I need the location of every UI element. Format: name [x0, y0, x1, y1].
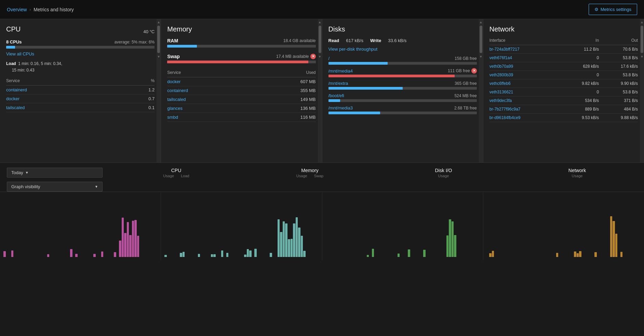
disks-panel-title: Disks	[328, 25, 477, 33]
disk-usage-sub: Usage	[438, 174, 449, 178]
metrics-settings-button[interactable]: ⚙ Metrics settings	[589, 4, 637, 15]
cpu-panel-scrollbar[interactable]: ▲ ▼	[157, 19, 161, 163]
load-label: Load	[6, 61, 16, 66]
scroll-up-arrow[interactable]: ▲	[156, 19, 161, 25]
spark-bar	[283, 221, 285, 257]
swap-warning-icon: ✕	[310, 54, 316, 59]
in-val: 9.82 kB/s	[560, 79, 599, 88]
disk-chart-column	[322, 192, 483, 260]
interface-name[interactable]: veth3136621	[489, 88, 560, 96]
service-link[interactable]: docker	[167, 79, 180, 84]
today-label: Today	[11, 170, 23, 175]
graph-visibility-dropdown[interactable]: Graph visibility ▼	[7, 182, 103, 192]
view-all-cpus-link[interactable]: View all CPUs	[6, 51, 155, 56]
interface-name[interactable]: veth0b70a99	[489, 62, 560, 71]
spark-bar	[620, 252, 623, 257]
interface-name[interactable]: veth2800b39	[489, 71, 560, 79]
memory-sparkline	[161, 202, 322, 257]
scroll-down-arrow[interactable]: ▼	[478, 54, 483, 60]
disk-sparkline	[322, 202, 483, 257]
scroll-down-arrow[interactable]: ▼	[639, 54, 644, 60]
view-per-disk-link[interactable]: View per-disk throughput	[328, 47, 477, 52]
disk-free: 365 GB free	[455, 81, 477, 86]
in-val: 628 kB/s	[560, 62, 599, 71]
disk-path-link[interactable]: /mnt/media4	[328, 68, 353, 74]
disk-progress-bar	[328, 75, 477, 77]
disk-path-link[interactable]: /	[328, 56, 330, 61]
disk-path-link[interactable]: /mnt/extra	[328, 81, 348, 86]
scrollbar-thumb[interactable]	[157, 26, 160, 53]
disk-free: 158 GB free	[455, 56, 477, 61]
disk-progress-bar	[328, 99, 477, 102]
table-row: veth2800b39053.8 B/s	[489, 71, 638, 79]
disk-path-link[interactable]: /mnt/media3	[328, 105, 353, 111]
ram-row: RAM 18.4 GB available	[167, 38, 316, 43]
memory-chart-subs: Usage Swap	[243, 174, 377, 178]
in-val: 9.53 kB/s	[560, 114, 599, 122]
network-panel-scrollbar[interactable]: ▲ ▼	[640, 19, 644, 163]
table-row: tailscaled149 MB	[167, 95, 316, 104]
service-col-header: Service	[6, 78, 121, 86]
swap-progress-fill	[167, 61, 308, 63]
interface-name[interactable]: br-7b277f96c9a7	[489, 105, 560, 114]
swap-row: Swap 17.4 MB available ✕	[167, 54, 316, 59]
spark-bar	[489, 253, 492, 257]
service-link[interactable]: glances	[167, 106, 183, 111]
service-link[interactable]: containerd	[167, 88, 188, 93]
network-chart-label-group: Network Usage	[510, 168, 644, 178]
scroll-up-arrow[interactable]: ▲	[317, 19, 322, 25]
scroll-down-arrow[interactable]: ▼	[317, 54, 322, 60]
service-link[interactable]: tailscaled	[6, 105, 25, 110]
interface-name[interactable]: veth9dec3fa	[489, 96, 560, 105]
interface-name[interactable]: br-724a3bff7217	[489, 45, 560, 54]
service-link[interactable]: docker	[6, 96, 19, 101]
table-row: veth9dec3fa534 B/s371 B/s	[489, 96, 638, 105]
spark-bar	[278, 219, 280, 257]
scroll-down-arrow[interactable]: ▼	[156, 54, 161, 60]
spark-bar	[183, 252, 185, 257]
spark-bar	[198, 254, 200, 257]
overview-link[interactable]: Overview	[7, 7, 27, 12]
out-val: 70.6 B/s	[599, 45, 638, 54]
read-val: 617 kB/s	[346, 38, 363, 43]
service-link[interactable]: tailscaled	[167, 97, 186, 102]
service-link[interactable]: containerd	[6, 87, 27, 92]
disks-panel-scrollbar[interactable]: ▲ ▼	[479, 19, 483, 163]
network-usage-sub: Usage	[572, 174, 583, 178]
load-values-2: 15 min: 0.43	[12, 68, 35, 73]
spark-bar	[367, 255, 369, 257]
interface-name[interactable]: vethc6ffeb6	[489, 79, 560, 88]
out-val: 9.90 kB/s	[599, 79, 638, 88]
spark-bar	[398, 254, 400, 257]
scrollbar-thumb[interactable]	[319, 26, 321, 53]
scroll-up-arrow[interactable]: ▲	[639, 19, 644, 25]
memory-panel-scrollbar[interactable]: ▲ ▼	[318, 19, 322, 163]
spark-bar	[452, 221, 454, 257]
spark-bar	[574, 251, 576, 257]
scrollbar-thumb[interactable]	[641, 26, 643, 53]
out-col-header: Out	[599, 38, 638, 45]
disk-path-link[interactable]: /boot/efi	[328, 93, 344, 98]
service-link[interactable]: smbd	[167, 115, 178, 120]
cpu-load-sub: Load	[181, 174, 189, 178]
disk-entry: / 158 GB free	[328, 56, 477, 65]
table-row: smbd116 MB	[167, 113, 316, 122]
table-row: glances136 MB	[167, 104, 316, 113]
today-dropdown[interactable]: Today ▼	[7, 168, 103, 178]
table-row: br-724a3bff721711.2 B/s70.6 B/s	[489, 45, 638, 54]
interface-name[interactable]: br-d96184fb4ce9	[489, 114, 560, 122]
ram-progress-fill	[167, 45, 197, 48]
spark-bar	[285, 223, 287, 257]
disk-progress-fill	[328, 75, 455, 77]
load-values-1: 1 min: 0.16, 5 min: 0.34,	[18, 61, 62, 66]
disk-rw-row: Read 617 kB/s Write 33.6 kB/s	[328, 38, 477, 43]
disk-entry: /mnt/media3 2.68 TB free	[328, 105, 477, 114]
interface-name[interactable]: veth676f1a4	[489, 54, 560, 62]
cpu-chart-subs: Usage Load	[109, 174, 243, 178]
spark-bar	[303, 251, 306, 257]
spark-bar	[3, 251, 6, 257]
table-row: br-d96184fb4ce99.53 kB/s9.88 kB/s	[489, 114, 638, 122]
scroll-up-arrow[interactable]: ▲	[478, 19, 483, 25]
cpu-chart-title: CPU	[109, 168, 243, 173]
scrollbar-thumb[interactable]	[480, 26, 482, 53]
